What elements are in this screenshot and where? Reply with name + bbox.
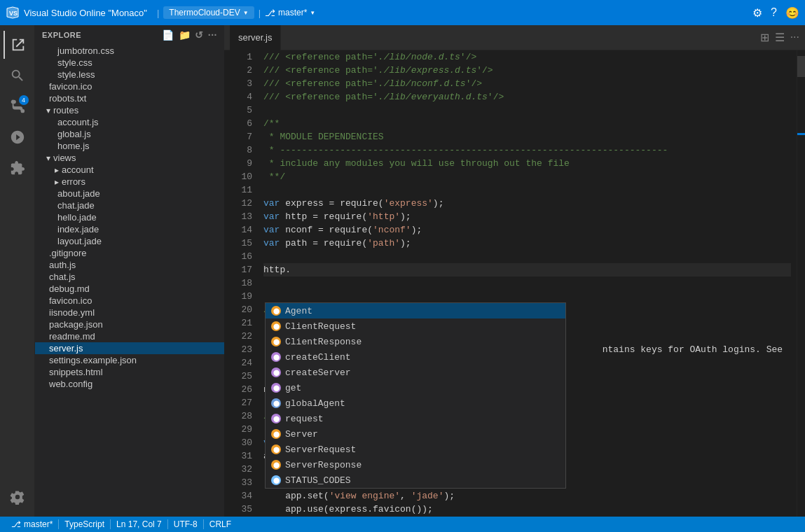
separator-2: |: [259, 8, 261, 18]
tree-label: settings.example.json: [49, 355, 137, 365]
activity-bar: 4: [0, 25, 35, 517]
tree-item-routes[interactable]: ▾ routes: [35, 104, 224, 116]
status-position[interactable]: Ln 17, Col 7: [111, 519, 167, 529]
tree-icon: ▾: [46, 106, 50, 115]
ac-item-clientrequest[interactable]: ⬤ClientRequest: [266, 318, 565, 334]
ac-item-createserver[interactable]: ⬤createServer: [266, 365, 565, 380]
activity-explorer[interactable]: [4, 31, 32, 59]
line-num-1: 1: [224, 50, 252, 64]
status-branch[interactable]: ⎇ master*: [6, 519, 58, 529]
tree-item-auth-js[interactable]: auth.js: [35, 259, 224, 271]
more-actions-icon[interactable]: ···: [790, 31, 799, 44]
tree-label: account: [62, 164, 94, 175]
activity-debug[interactable]: [4, 123, 32, 151]
toggle-sidebar-icon[interactable]: ☰: [775, 31, 785, 44]
new-folder-icon[interactable]: 📁: [179, 29, 191, 41]
tree-item-account-js[interactable]: account.js: [35, 116, 224, 128]
line-num-9: 9: [224, 157, 252, 170]
tree-item-home-js[interactable]: home.js: [35, 140, 224, 152]
tree-item-favicon-ico[interactable]: favicon.ico: [35, 80, 224, 92]
tree-item-global-js[interactable]: global.js: [35, 128, 224, 140]
tree-item-package-json[interactable]: package.json: [35, 318, 224, 330]
tree-item-errors[interactable]: ▸ errors: [35, 176, 224, 188]
line-num-12: 12: [224, 197, 252, 210]
code-line-18: [263, 276, 791, 290]
ac-label: ServerResponse: [285, 460, 362, 470]
ac-item-server[interactable]: ⬤Server: [266, 426, 565, 442]
tree-item-iisnode-yml[interactable]: iisnode.yml: [35, 307, 224, 318]
user-icon[interactable]: 😊: [785, 6, 799, 20]
code-line-8: * --------------------------------------…: [263, 144, 791, 157]
tree-item-layout-jade[interactable]: layout.jade: [35, 235, 224, 247]
split-editor-icon[interactable]: ⊞: [760, 31, 769, 44]
separator-1: |: [157, 8, 159, 18]
tree-item-settings-example-json[interactable]: settings.example.json: [35, 354, 224, 366]
tree-item-web-config[interactable]: web.config: [35, 378, 224, 390]
line-num-6: 6: [224, 117, 252, 130]
tree-label: favicon.ico: [49, 81, 92, 92]
sidebar-header: Explore 📄 📁 ↺ ···: [35, 25, 224, 45]
more-options-icon[interactable]: ···: [208, 29, 217, 41]
ac-item-status_codes[interactable]: ⬤STATUS_CODES: [266, 472, 565, 488]
tree-item-index-jade[interactable]: index.jade: [35, 223, 224, 235]
activity-search[interactable]: [4, 62, 32, 90]
code-line-36: app.use(express.logger('dev'));: [263, 516, 791, 517]
tree-item-about-jade[interactable]: about.jade: [35, 188, 224, 200]
line-num-30: 30: [224, 436, 252, 449]
ac-item-serverrequest[interactable]: ⬤ServerRequest: [266, 442, 565, 457]
line-num-28: 28: [224, 410, 252, 423]
dropdown-arrow: ▼: [243, 10, 249, 16]
activity-extensions[interactable]: [4, 154, 32, 182]
tree-item-style-css[interactable]: style.css: [35, 57, 224, 69]
line-num-29: 29: [224, 423, 252, 436]
ac-item-request[interactable]: ⬤request: [266, 411, 565, 426]
line-num-11: 11: [224, 183, 252, 197]
code-line-2: /// <reference path='./lib/express.d.ts'…: [263, 64, 791, 77]
tree-item-snippets-html[interactable]: snippets.html: [35, 366, 224, 378]
settings-icon[interactable]: ⚙: [752, 6, 762, 20]
tree-item-hello-jade[interactable]: hello.jade: [35, 211, 224, 223]
line-num-17: 17: [224, 263, 252, 276]
line-num-7: 7: [224, 130, 252, 144]
code-line-34: app.set('view engine', 'jade');: [263, 489, 791, 503]
tree-item-account[interactable]: ▸ account: [35, 164, 224, 176]
tree-item-style-less[interactable]: style.less: [35, 69, 224, 80]
ac-item-serverresponse[interactable]: ⬤ServerResponse: [266, 457, 565, 472]
refresh-icon[interactable]: ↺: [195, 29, 204, 41]
code-line-11: [263, 183, 791, 197]
tree-item--gitignore[interactable]: .gitignore: [35, 247, 224, 259]
autocomplete-dropdown[interactable]: ⬤Agent⬤ClientRequest⬤ClientResponse⬤crea…: [265, 302, 566, 489]
ac-item-createclient[interactable]: ⬤createClient: [266, 349, 565, 365]
ac-item-agent[interactable]: ⬤Agent: [266, 303, 565, 318]
status-encoding[interactable]: UTF-8: [168, 519, 203, 529]
tree-item-server-js[interactable]: server.js: [35, 342, 224, 354]
tree-item-favicon-ico[interactable]: favicon.ico: [35, 295, 224, 307]
minimap: [797, 50, 805, 517]
activity-git[interactable]: 4: [4, 92, 32, 120]
line-num-15: 15: [224, 237, 252, 250]
project-btn[interactable]: ThermoCloud-DEV ▼: [163, 6, 254, 19]
activity-settings[interactable]: [4, 483, 32, 511]
tree-item-views[interactable]: ▾ views: [35, 152, 224, 164]
tree-item-debug-md[interactable]: debug.md: [35, 283, 224, 295]
tree-item-jumbotron-css[interactable]: jumbotron.css: [35, 45, 224, 57]
help-icon[interactable]: ?: [771, 6, 777, 19]
tree-item-chat-jade[interactable]: chat.jade: [35, 200, 224, 211]
ac-item-globalagent[interactable]: ⬤globalAgent: [266, 396, 565, 411]
status-lang[interactable]: TypeScript: [59, 519, 110, 529]
new-file-icon[interactable]: 📄: [162, 29, 174, 41]
branch-btn[interactable]: master* ▼: [278, 8, 315, 18]
code-line-12: var express = require('express');: [263, 197, 791, 210]
ac-item-clientresponse[interactable]: ⬤ClientResponse: [266, 334, 565, 349]
line-num-36: 36: [224, 516, 252, 517]
tree-item-readme-md[interactable]: readme.md: [35, 330, 224, 342]
status-eol[interactable]: CRLF: [204, 519, 237, 529]
tree-item-robots-txt[interactable]: robots.txt: [35, 92, 224, 104]
titlebar-icons: ⚙ ? 😊: [752, 6, 799, 20]
line-num-16: 16: [224, 250, 252, 263]
ac-icon: ⬤: [271, 368, 281, 377]
ac-item-get[interactable]: ⬤get: [266, 380, 565, 396]
tab-server-js[interactable]: server.js: [230, 25, 281, 50]
tree-item-chat-js[interactable]: chat.js: [35, 271, 224, 283]
code-line-35: app.use(express.favicon());: [263, 503, 791, 516]
